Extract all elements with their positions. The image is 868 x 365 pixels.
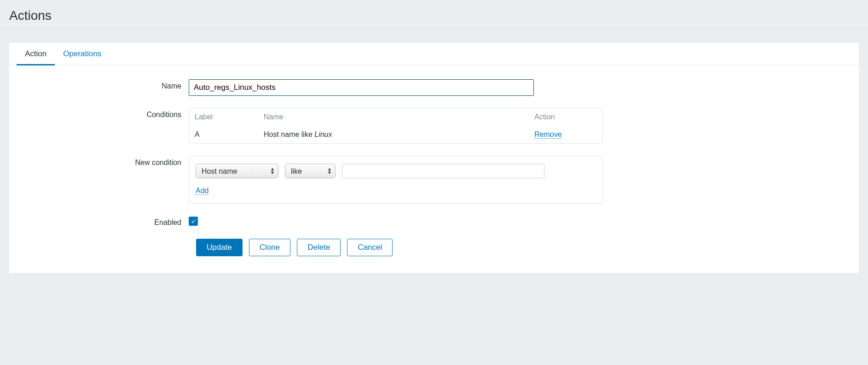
- tab-operations[interactable]: Operations: [55, 43, 110, 65]
- name-input[interactable]: [189, 79, 534, 96]
- label-name: Name: [23, 79, 189, 90]
- conditions-box: Label Name Action A Host name like Linux: [189, 108, 603, 144]
- condition-type-select[interactable]: Host name: [196, 164, 278, 178]
- delete-button[interactable]: Delete: [297, 239, 341, 256]
- condition-value-input[interactable]: [342, 164, 544, 178]
- new-condition-box: Host name ▲▼ like: [189, 156, 603, 204]
- enabled-checkbox[interactable]: ✓: [189, 217, 198, 226]
- row-enabled: Enabled ✓: [23, 216, 845, 227]
- remove-condition-link[interactable]: Remove: [534, 130, 562, 139]
- buttons-row: Update Clone Delete Cancel: [196, 239, 845, 256]
- condition-operator-select[interactable]: like: [285, 164, 336, 178]
- label-conditions: Conditions: [23, 108, 189, 119]
- condition-row: A Host name like Linux Remove: [189, 126, 602, 143]
- cond-header-action: Action: [529, 108, 602, 126]
- header-divider: [0, 29, 868, 30]
- tab-action[interactable]: Action: [17, 43, 55, 65]
- condition-name-cell: Host name like Linux: [258, 126, 529, 143]
- main-panel: Action Operations Name Conditions: [9, 43, 859, 273]
- cancel-button[interactable]: Cancel: [347, 239, 393, 256]
- condition-name-value: Linux: [314, 130, 332, 138]
- condition-name-prefix: Host name like: [264, 130, 314, 138]
- condition-label-cell: A: [189, 126, 258, 143]
- clone-button[interactable]: Clone: [249, 239, 290, 256]
- update-button[interactable]: Update: [196, 239, 243, 256]
- tab-bar: Action Operations: [9, 43, 859, 65]
- form-body: Name Conditions Label Name: [9, 65, 859, 273]
- label-enabled: Enabled: [23, 216, 189, 227]
- add-condition-link[interactable]: Add: [196, 187, 208, 195]
- page-title: Actions: [9, 8, 868, 23]
- cond-header-label: Label: [189, 108, 258, 126]
- conditions-table: Label Name Action A Host name like Linux: [189, 108, 602, 143]
- row-conditions: Conditions Label Name Action: [23, 108, 845, 144]
- check-icon: ✓: [191, 218, 196, 225]
- row-new-condition: New condition Host name ▲▼: [23, 156, 845, 204]
- cond-header-name: Name: [258, 108, 529, 126]
- row-name: Name: [23, 79, 845, 96]
- label-new-condition: New condition: [23, 156, 189, 167]
